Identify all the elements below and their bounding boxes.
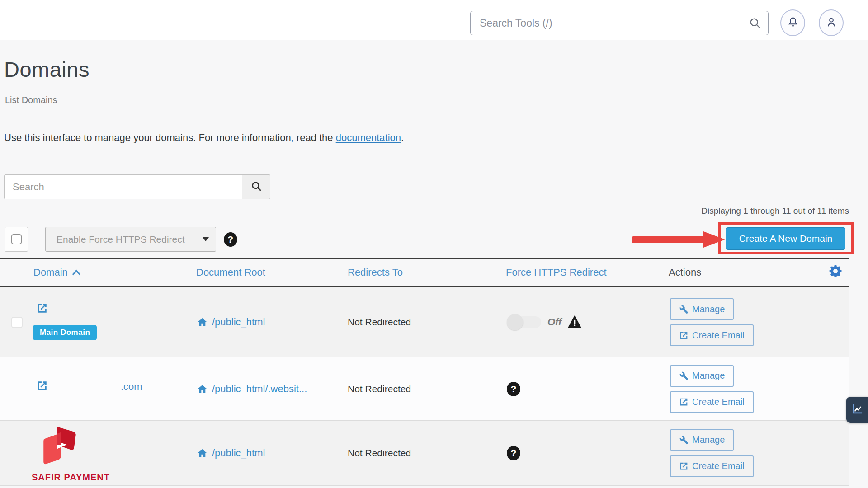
domain-search-input[interactable] [4,174,242,199]
pagination-status: Displaying 1 through 11 out of 11 items [701,206,849,216]
search-icon [749,17,761,31]
header-force-https: Force HTTPS Redirect [500,259,662,286]
document-root-cell: /public_html/.websit... [190,357,341,420]
actions-cell: Manage Create Email [662,287,823,357]
gear-icon[interactable] [828,264,843,281]
create-email-button[interactable]: Create Email [670,391,754,413]
external-link-icon [679,461,689,471]
toggle-state-label: Off [547,316,561,328]
intro-period: . [401,132,404,143]
bell-icon [787,15,799,31]
arrow-shaft [632,236,705,243]
table-row: Main Domain /public_html Not Redirected … [0,287,849,357]
documentation-link[interactable]: documentation [336,132,401,143]
logo-text: SAFIR PAYMENT [32,472,136,483]
row-checkbox[interactable] [0,421,27,485]
help-icon[interactable]: ? [507,446,520,460]
bulk-https-button[interactable]: Enable Force HTTPS Redirect [46,227,196,251]
create-email-button[interactable]: Create Email [670,324,754,346]
redirects-cell: Not Redirected [341,287,500,357]
table-row: SAFIR PAYMENT /public_html Not Redirecte… [0,421,849,486]
manage-button[interactable]: Manage [670,365,734,387]
topbar [0,0,868,40]
sort-force-https[interactable]: Force HTTPS Redirect [506,267,607,278]
bulk-dropdown-toggle[interactable] [196,227,216,251]
row-settings-spacer [823,421,849,485]
annotation-arrow [632,231,727,248]
header-domain: Domain [27,259,190,286]
chart-line-icon [851,403,863,417]
help-icon[interactable]: ? [507,382,520,396]
sort-document-root[interactable]: Document Root [196,267,265,278]
header-actions: Actions [662,259,823,286]
create-email-button[interactable]: Create Email [670,455,754,477]
document-root-link[interactable]: /public_html [212,447,265,459]
external-link-icon [679,397,689,407]
tools-search [470,11,769,35]
wrench-icon [679,305,689,314]
header-redirects-to: Redirects To [341,259,500,286]
search-icon [250,180,262,194]
document-root-link[interactable]: /public_html/.websit... [212,383,307,395]
manage-button[interactable]: Manage [670,429,734,451]
row-checkbox[interactable] [0,357,27,420]
cpanel-domains-page: Domains List Domains Use this interface … [0,0,868,488]
domain-name[interactable]: .com [121,381,142,393]
wrench-icon [679,435,689,445]
annotation-highlight-box: Create A New Domain [718,222,854,254]
chevron-up-icon [72,269,81,276]
https-toggle[interactable] [507,315,541,329]
checkbox-box [11,234,22,244]
redirects-cell: Not Redirected [341,357,500,420]
table-header: Domain Document Root Redirects To Force … [0,259,849,287]
external-link-icon[interactable] [36,302,48,316]
force-https-cell: Off [500,287,662,357]
force-https-cell: ? [500,357,662,420]
document-root-cell: /public_html [190,421,341,485]
create-new-domain-button[interactable]: Create A New Domain [726,227,845,250]
select-all-checkbox[interactable] [5,227,28,252]
header-settings [823,259,849,286]
domains-table: Domain Document Root Redirects To Force … [0,258,849,486]
analytics-panel-toggle[interactable] [846,397,868,423]
user-icon [825,15,838,31]
intro-text: Use this interface to manage your domain… [4,132,404,144]
actions-cell: Manage Create Email [662,421,823,485]
page-title: Domains [4,57,90,82]
manage-button[interactable]: Manage [670,298,734,320]
sort-redirects-to[interactable]: Redirects To [348,267,403,278]
page-subtitle: List Domains [5,95,57,105]
main-content: Domains List Domains Use this interface … [0,40,868,488]
row-checkbox[interactable] [0,287,27,357]
domain-search-button[interactable] [242,174,270,199]
sort-domain[interactable]: Domain [33,267,81,278]
home-icon [196,384,208,394]
row-settings-spacer [823,357,849,420]
chevron-down-icon [203,237,209,241]
domain-cell: Main Domain [27,287,190,357]
document-root-cell: /public_html [190,287,341,357]
warning-icon[interactable] [568,315,581,329]
checkbox-box [11,317,23,328]
domain-search [4,174,270,199]
home-icon [196,448,208,459]
domain-cell: .com [27,357,190,420]
domain-cell: SAFIR PAYMENT [27,421,190,485]
account-button[interactable] [819,9,844,36]
home-icon [196,317,208,328]
wrench-icon [679,371,689,380]
row-settings-spacer [823,287,849,357]
force-https-cell: ? [500,421,662,485]
main-domain-badge: Main Domain [33,325,97,340]
safir-payment-logo: SAFIR PAYMENT [32,424,136,483]
tools-search-input[interactable] [470,11,769,35]
table-row: .com /public_html/.websit... Not Redirec… [0,357,849,421]
intro-body: Use this interface to manage your domain… [4,132,336,143]
redirects-cell: Not Redirected [341,421,500,485]
document-root-link[interactable]: /public_html [212,316,265,328]
actions-cell: Manage Create Email [662,357,823,420]
external-link-icon[interactable] [36,380,48,394]
bulk-action-bar: Enable Force HTTPS Redirect ? [5,227,237,252]
help-icon[interactable]: ? [224,232,237,247]
notifications-button[interactable] [780,9,805,36]
